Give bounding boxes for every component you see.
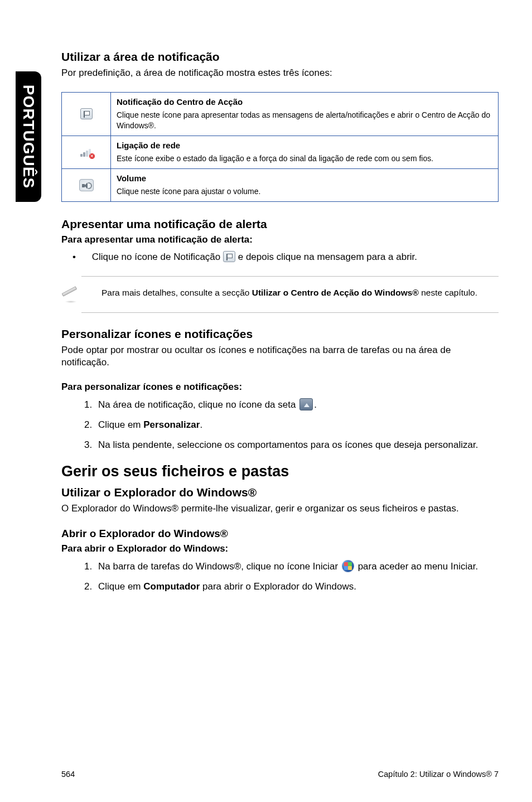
row-title: Ligação de rede bbox=[117, 141, 492, 150]
manage-title: Gerir os seus ficheiros e pastas bbox=[61, 463, 499, 480]
desc-cell: Volume Clique neste ícone para ajustar o… bbox=[111, 168, 499, 201]
open-explorer-procedure: Para abrir o Explorador do Windows: bbox=[61, 543, 499, 554]
personalize-steps: Na área de notificação, clique no ícone … bbox=[61, 398, 499, 451]
step-post: . bbox=[200, 419, 202, 430]
icon-cell: ✕ bbox=[62, 136, 111, 168]
step-post: . bbox=[314, 399, 317, 410]
page-footer: 564 Capítulo 2: Utilizar o Windows® 7 bbox=[61, 770, 499, 779]
table-row: Volume Clique neste ícone para ajustar o… bbox=[62, 168, 499, 201]
explorer-text: O Explorador do Windows® permite-lhe vis… bbox=[61, 503, 499, 515]
note-text: Para mais detalhes, consulte a secção Ut… bbox=[101, 283, 477, 299]
windows-start-icon bbox=[342, 560, 354, 572]
desc-cell: Notificação do Centro de Acção Clique ne… bbox=[111, 92, 499, 136]
row-desc: Clique neste ícone para apresentar todas… bbox=[117, 110, 490, 130]
row-title: Volume bbox=[117, 173, 492, 183]
action-center-icon bbox=[80, 108, 93, 119]
explorer-title: Utilizar o Explorador do Windows® bbox=[61, 486, 499, 499]
icon-cell bbox=[62, 168, 111, 201]
alert-title: Apresentar uma notificação de alerta bbox=[61, 218, 499, 231]
row-desc: Clique neste ícone para ajustar o volume… bbox=[117, 187, 260, 196]
personalize-intro: Pode optar por mostrar ou ocultar os íco… bbox=[61, 344, 499, 370]
content-area: Utilizar a área de notificação Por prede… bbox=[61, 50, 499, 593]
note-bold: Utilizar o Centro de Acção do Windows® bbox=[252, 288, 419, 297]
table-row: ✕ Ligação de rede Este ícone exibe o est… bbox=[62, 136, 499, 168]
open-explorer-steps: Na barra de tarefas do Windows®, clique … bbox=[61, 560, 499, 593]
table-row: Notificação do Centro de Acção Clique ne… bbox=[62, 92, 499, 136]
note-pre: Para mais detalhes, consulte a secção bbox=[101, 288, 252, 297]
personalize-title: Personalizar ícones e notificações bbox=[61, 327, 499, 341]
section-title-notification-area: Utilizar a área de notificação bbox=[61, 50, 499, 64]
step-bold: Computador bbox=[143, 581, 200, 592]
network-icon: ✕ bbox=[79, 147, 94, 158]
list-item: Na barra de tarefas do Windows®, clique … bbox=[95, 560, 499, 573]
step-bold: Personalizar bbox=[143, 419, 200, 430]
alert-bullet: • Clique no ícone de Notificação e depoi… bbox=[61, 251, 499, 263]
list-item: Na área de notificação, clique no ícone … bbox=[95, 398, 499, 412]
step-pre: Clique em bbox=[98, 581, 143, 592]
icon-cell bbox=[62, 92, 111, 136]
step-pre: Clique em bbox=[98, 419, 143, 430]
note-box: Para mais detalhes, consulte a secção Ut… bbox=[81, 276, 499, 313]
list-item: Clique em Personalizar. bbox=[95, 418, 499, 432]
section-intro: Por predefinição, a área de notificação … bbox=[61, 67, 499, 80]
personalize-procedure: Para personalizar ícones e notificações: bbox=[61, 381, 499, 393]
language-tab: PORTUGUÊS bbox=[16, 71, 41, 202]
row-desc: Este ícone exibe o estado da ligação e a… bbox=[117, 154, 433, 163]
page-number: 564 bbox=[61, 770, 75, 779]
row-title: Notificação do Centro de Acção bbox=[117, 97, 492, 107]
list-item: Clique em Computador para abrir o Explor… bbox=[95, 580, 499, 593]
arrow-up-icon bbox=[299, 398, 313, 410]
step-post: para abrir o Explorador do Windows. bbox=[200, 581, 356, 592]
step-pre: Na barra de tarefas do Windows®, clique … bbox=[98, 561, 341, 572]
chapter-label: Capítulo 2: Utilizar o Windows® 7 bbox=[378, 770, 499, 779]
notification-icons-table: Notificação do Centro de Acção Clique ne… bbox=[61, 92, 499, 202]
note-icon bbox=[61, 286, 81, 305]
language-label: PORTUGUÊS bbox=[20, 85, 37, 189]
bullet-dot: • bbox=[72, 252, 76, 262]
page: PORTUGUÊS Utilizar a área de notificação… bbox=[0, 0, 532, 802]
action-center-icon bbox=[223, 251, 235, 262]
bullet-pre: Clique no ícone de Notificação bbox=[92, 252, 223, 262]
open-explorer-title: Abrir o Explorador do Windows® bbox=[61, 528, 499, 540]
step-pre: Na área de notificação, clique no ícone … bbox=[98, 399, 298, 410]
note-post: neste capítulo. bbox=[419, 288, 477, 297]
bullet-post: e depois clique na mensagem para a abrir… bbox=[238, 252, 417, 262]
desc-cell: Ligação de rede Este ícone exibe o estad… bbox=[111, 136, 499, 168]
volume-icon bbox=[79, 179, 94, 191]
alert-procedure: Para apresentar uma notificação de alert… bbox=[61, 234, 499, 245]
step-post: para aceder ao menu Iniciar. bbox=[355, 561, 478, 572]
list-item: Na lista pendente, seleccione os comport… bbox=[95, 438, 499, 452]
